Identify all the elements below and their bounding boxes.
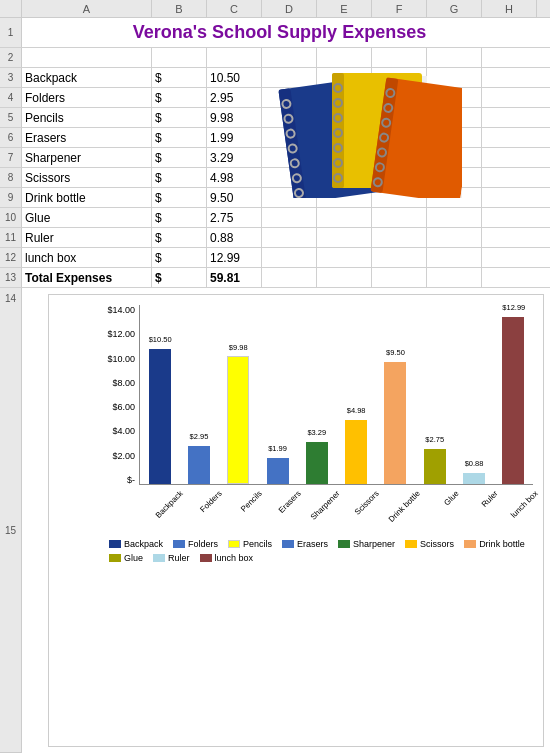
bar-group-erasers: $1.99 xyxy=(258,305,297,484)
spreadsheet: A B C D E F G H 1 Verona's School Supply… xyxy=(0,0,550,753)
bar-value-label: $2.95 xyxy=(188,432,210,441)
y-label-6: $6.00 xyxy=(112,402,135,412)
legend-color-box xyxy=(109,540,121,548)
col-header-e: E xyxy=(317,0,372,17)
cell-12e xyxy=(317,248,372,267)
bar-backpack: $10.50 xyxy=(149,349,171,484)
cell-9e xyxy=(317,188,372,207)
x-axis-labels: BackpackFoldersPencilsErasersSharpenerSc… xyxy=(139,485,533,535)
legend-item: Ruler xyxy=(153,553,190,563)
legend-label: Backpack xyxy=(124,539,163,549)
cell-13c: 59.81 xyxy=(207,268,262,287)
legend-label: Ruler xyxy=(168,553,190,563)
cell-7d xyxy=(262,148,317,167)
cell-8e xyxy=(317,168,372,187)
row-6: 6 Erasers $ 1.99 xyxy=(0,128,550,148)
bar-value-label: $0.88 xyxy=(463,459,485,468)
row-3: 3 Backpack $ 10.50 xyxy=(0,68,550,88)
bar-value-label: $4.98 xyxy=(345,406,367,415)
row-num-9: 9 xyxy=(0,188,22,207)
chart-content: $14.00 $12.00 $10.00 $8.00 $6.00 $4.00 $… xyxy=(22,288,550,753)
bar-scissors: $4.98 xyxy=(345,420,367,484)
cell-7a: Sharpener xyxy=(22,148,152,167)
row-1: 1 Verona's School Supply Expenses xyxy=(0,18,550,48)
y-label-14: $14.00 xyxy=(107,305,135,315)
y-label-2: $2.00 xyxy=(112,451,135,461)
cell-12d xyxy=(262,248,317,267)
legend-label: Glue xyxy=(124,553,143,563)
cell-9f xyxy=(372,188,427,207)
cell-7g xyxy=(427,148,482,167)
col-header-f: F xyxy=(372,0,427,17)
cell-4b: $ xyxy=(152,88,207,107)
cell-10e xyxy=(317,208,372,227)
legend-color-box xyxy=(153,554,165,562)
col-header-d: D xyxy=(262,0,317,17)
y-label-8: $8.00 xyxy=(112,378,135,388)
cell-8f xyxy=(372,168,427,187)
cell-6f xyxy=(372,128,427,147)
y-label-4: $4.00 xyxy=(112,426,135,436)
cell-3g xyxy=(427,68,482,87)
legend-color-box xyxy=(109,554,121,562)
row-num-6: 6 xyxy=(0,128,22,147)
cell-10b: $ xyxy=(152,208,207,227)
bar-value-label: $9.98 xyxy=(228,343,248,352)
col-header-b: B xyxy=(152,0,207,17)
col-header-a: A xyxy=(22,0,152,17)
cell-9c: 9.50 xyxy=(207,188,262,207)
cell-6g xyxy=(427,128,482,147)
cell-2c xyxy=(207,48,262,67)
row-num-12: 12 xyxy=(0,248,22,267)
chart-inner: $14.00 $12.00 $10.00 $8.00 $6.00 $4.00 $… xyxy=(99,305,533,485)
cell-7e xyxy=(317,148,372,167)
cell-12f xyxy=(372,248,427,267)
cell-7b: $ xyxy=(152,148,207,167)
row-4: 4 Folders $ 2.95 xyxy=(0,88,550,108)
bar-group-sharpener: $3.29 xyxy=(297,305,336,484)
cell-4e xyxy=(317,88,372,107)
row-num-14: 14 xyxy=(0,288,22,308)
bar-group-folders: $2.95 xyxy=(179,305,218,484)
legend-label: lunch box xyxy=(215,553,254,563)
row-2: 2 xyxy=(0,48,550,68)
cell-3c: 10.50 xyxy=(207,68,262,87)
chart-section: 14 15 $14.00 $12.00 $10.00 $8.00 $6.00 $… xyxy=(0,288,550,753)
legend-item: lunch box xyxy=(200,553,254,563)
cell-5f xyxy=(372,108,427,127)
row-num-8: 8 xyxy=(0,168,22,187)
cell-3f xyxy=(372,68,427,87)
cell-11b: $ xyxy=(152,228,207,247)
cell-8a: Scissors xyxy=(22,168,152,187)
cell-5e xyxy=(317,108,372,127)
cell-11e xyxy=(317,228,372,247)
cell-4c: 2.95 xyxy=(207,88,262,107)
cell-5c: 9.98 xyxy=(207,108,262,127)
spreadsheet-title: Verona's School Supply Expenses xyxy=(22,18,537,47)
cell-8b: $ xyxy=(152,168,207,187)
row-num-10: 10 xyxy=(0,208,22,227)
y-label-10: $10.00 xyxy=(107,354,135,364)
row-5: 5 Pencils $ 9.98 xyxy=(0,108,550,128)
cell-7c: 3.29 xyxy=(207,148,262,167)
cell-6c: 1.99 xyxy=(207,128,262,147)
cell-10a: Glue xyxy=(22,208,152,227)
cell-4d xyxy=(262,88,317,107)
bar-folders: $2.95 xyxy=(188,446,210,484)
cell-8d xyxy=(262,168,317,187)
row-num-3: 3 xyxy=(0,68,22,87)
cell-4g xyxy=(427,88,482,107)
bar-value-label: $10.50 xyxy=(149,335,171,344)
col-header-c: C xyxy=(207,0,262,17)
row-11: 11 Ruler $ 0.88 xyxy=(0,228,550,248)
cell-5a: Pencils xyxy=(22,108,152,127)
row-num-13: 13 xyxy=(0,268,22,287)
bar-lunch-box: $12.99 xyxy=(502,317,524,484)
bar-value-label: $12.99 xyxy=(502,303,524,312)
cell-13b: $ xyxy=(152,268,207,287)
chart-legend: BackpackFoldersPencilsErasersSharpenerSc… xyxy=(99,539,533,563)
bar-group-ruler: $0.88 xyxy=(454,305,493,484)
row-num-11: 11 xyxy=(0,228,22,247)
cell-11g xyxy=(427,228,482,247)
cell-9a: Drink bottle xyxy=(22,188,152,207)
